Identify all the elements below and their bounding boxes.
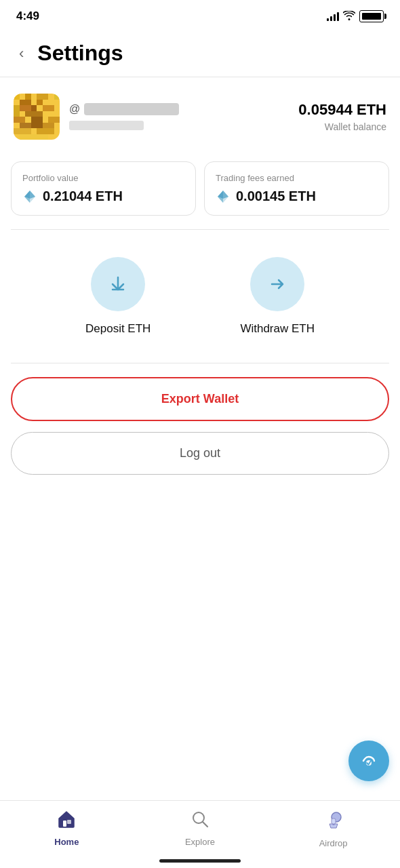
withdraw-action[interactable]: Withdraw ETH bbox=[240, 257, 315, 336]
battery-icon bbox=[359, 10, 384, 22]
svg-rect-7 bbox=[14, 105, 20, 117]
profile-left: @ bbox=[14, 94, 179, 140]
svg-rect-13 bbox=[31, 117, 43, 128]
deposit-label: Deposit ETH bbox=[85, 322, 151, 336]
wallet-balance-section: 0.05944 ETH Wallet balance bbox=[298, 101, 386, 132]
cards-row: Portfolio value 0.21044 ETH Trading fees… bbox=[0, 156, 400, 229]
svg-rect-31 bbox=[67, 820, 71, 824]
portfolio-amount: 0.21044 ETH bbox=[43, 189, 123, 204]
svg-rect-19 bbox=[20, 134, 49, 140]
eth-diamond-icon bbox=[22, 189, 37, 204]
trading-fees-label: Trading fees earned bbox=[216, 173, 378, 183]
airdrop-icon bbox=[324, 810, 343, 834]
portfolio-label: Portfolio value bbox=[22, 173, 184, 183]
svg-rect-4 bbox=[54, 94, 60, 100]
profile-info: @ bbox=[69, 103, 179, 130]
svg-rect-2 bbox=[25, 94, 31, 100]
svg-rect-30 bbox=[63, 821, 66, 827]
svg-rect-5 bbox=[20, 100, 31, 106]
withdraw-circle bbox=[250, 257, 304, 311]
svg-rect-36 bbox=[332, 818, 336, 824]
trading-fees-card: Trading fees earned 0.00145 ETH bbox=[204, 161, 389, 216]
section-divider-2 bbox=[11, 363, 389, 363]
svg-rect-14 bbox=[48, 117, 60, 123]
svg-rect-9 bbox=[31, 105, 37, 111]
back-button[interactable]: ‹ bbox=[14, 42, 29, 65]
nav-item-explore[interactable]: Explore bbox=[173, 810, 227, 847]
svg-rect-18 bbox=[37, 128, 54, 134]
username-row: @ bbox=[69, 103, 179, 115]
svg-rect-15 bbox=[20, 123, 31, 129]
withdraw-icon bbox=[265, 272, 289, 296]
svg-rect-8 bbox=[20, 105, 31, 111]
status-bar: 4:49 bbox=[0, 0, 400, 30]
status-icons bbox=[327, 10, 384, 22]
svg-rect-3 bbox=[37, 94, 48, 100]
at-sign: @ bbox=[69, 103, 80, 115]
portfolio-value: 0.21044 ETH bbox=[22, 189, 184, 204]
nav-label-home: Home bbox=[54, 837, 79, 847]
nav-label-explore: Explore bbox=[185, 837, 215, 847]
actions-section: Deposit ETH Withdraw ETH bbox=[0, 230, 400, 363]
nav-item-home[interactable]: Home bbox=[39, 810, 94, 847]
nav-item-airdrop[interactable]: Airdrop bbox=[306, 810, 361, 848]
wallet-amount: 0.05944 ETH bbox=[298, 101, 386, 119]
address-blur bbox=[69, 121, 144, 130]
home-icon bbox=[57, 810, 76, 833]
withdraw-label: Withdraw ETH bbox=[240, 322, 315, 336]
floating-action-button[interactable] bbox=[348, 741, 389, 781]
svg-rect-6 bbox=[37, 100, 43, 106]
floating-btn-icon bbox=[359, 751, 378, 770]
export-wallet-button[interactable]: Export Wallet bbox=[11, 377, 389, 421]
status-time: 4:49 bbox=[16, 9, 39, 23]
avatar bbox=[14, 94, 60, 140]
bottom-pill bbox=[159, 859, 241, 863]
logout-button[interactable]: Log out bbox=[11, 432, 389, 475]
deposit-circle bbox=[91, 257, 145, 311]
svg-rect-17 bbox=[14, 128, 31, 134]
deposit-icon bbox=[106, 272, 130, 296]
wallet-label: Wallet balance bbox=[298, 121, 386, 132]
portfolio-card: Portfolio value 0.21044 ETH bbox=[11, 161, 196, 216]
profile-section: @ 0.05944 ETH Wallet balance bbox=[0, 77, 400, 156]
trading-fees-amount: 0.00145 ETH bbox=[236, 189, 316, 204]
page-title: Settings bbox=[37, 41, 123, 66]
deposit-action[interactable]: Deposit ETH bbox=[85, 257, 151, 336]
header: ‹ Settings bbox=[0, 30, 400, 77]
svg-rect-12 bbox=[14, 117, 25, 123]
wifi-icon bbox=[343, 11, 355, 22]
svg-rect-1 bbox=[14, 94, 20, 100]
bottom-nav: Home Explore Airdrop bbox=[0, 800, 400, 868]
svg-rect-10 bbox=[43, 105, 54, 111]
buttons-section: Export Wallet Log out bbox=[0, 377, 400, 475]
nav-label-airdrop: Airdrop bbox=[319, 838, 348, 848]
svg-line-33 bbox=[203, 822, 207, 827]
svg-rect-16 bbox=[43, 123, 54, 129]
trading-fees-value: 0.00145 ETH bbox=[216, 189, 378, 204]
username-blur bbox=[84, 103, 179, 115]
explore-icon bbox=[191, 810, 209, 833]
svg-rect-11 bbox=[25, 111, 43, 117]
eth-diamond-icon-2 bbox=[216, 189, 231, 204]
signal-icon bbox=[327, 12, 339, 21]
